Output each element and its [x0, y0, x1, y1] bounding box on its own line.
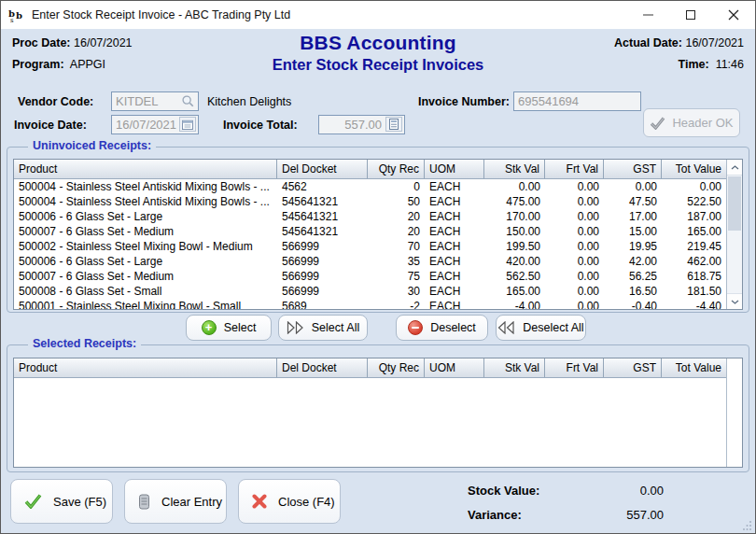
cell-qty-rec: 0 — [368, 179, 425, 194]
cell-frt-val: 0.00 — [545, 179, 604, 194]
cell-gst: 16.50 — [604, 284, 662, 299]
resize-grip[interactable] — [742, 520, 752, 530]
cell-gst: 19.95 — [604, 239, 662, 254]
column-header-stk-val: Stk Val — [484, 160, 545, 178]
uninvoiced-table-row[interactable]: 500007 - 6 Glass Set - Medium 566999 75 … — [14, 269, 726, 284]
cell-stk-val: 165.00 — [484, 284, 545, 299]
stock-value-amount: 0.00 — [561, 484, 664, 498]
cell-qty-rec: 20 — [368, 224, 425, 239]
cell-qty-rec: 75 — [368, 269, 425, 284]
column-header-gst: GST — [604, 358, 662, 377]
scroll-down-button[interactable] — [727, 293, 742, 309]
cell-gst: 56.25 — [604, 269, 662, 284]
cell-product: 500001 - Stainless Steel Mixing Bowl - S… — [14, 299, 277, 309]
uninvoiced-table-row[interactable]: 500008 - 6 Glass Set - Small 566999 30 E… — [14, 284, 726, 299]
cell-tot-value: 165.00 — [662, 224, 726, 239]
cell-tot-value: 0.00 — [662, 179, 726, 194]
uninvoiced-section-label: Uninvoiced Receipts: — [28, 139, 156, 152]
vertical-scrollbar[interactable] — [726, 160, 742, 309]
close-form-button-label: Close (F4) — [278, 495, 335, 509]
cell-gst: 15.00 — [604, 224, 662, 239]
cell-stk-val: -4.00 — [484, 299, 545, 309]
cell-stk-val: 199.50 — [484, 239, 545, 254]
uninvoiced-table-row[interactable]: 500004 - Stainless Steel Antiskid Mixing… — [14, 179, 726, 194]
cell-del-docket: 566999 — [277, 269, 368, 284]
uninvoiced-table-row[interactable]: 500002 - Stainless Steel Mixing Bowl - M… — [14, 239, 726, 254]
uninvoiced-table-row[interactable]: 500006 - 6 Glass Set - Large 566999 35 E… — [14, 254, 726, 269]
uninvoiced-table-row[interactable]: 500001 - Stainless Steel Mixing Bowl - S… — [14, 299, 726, 309]
calculator-button[interactable] — [385, 117, 402, 132]
green-plus-circle-icon: + — [202, 320, 217, 335]
cell-product: 500007 - 6 Glass Set - Medium — [14, 269, 277, 284]
column-header-frt-val: Frt Val — [545, 160, 604, 178]
maximize-icon — [686, 10, 695, 20]
cell-del-docket: 545641321 — [277, 224, 368, 239]
column-header-gst: GST — [604, 160, 662, 178]
cell-frt-val: 0.00 — [545, 224, 604, 239]
uninvoiced-table-row[interactable]: 500004 - Stainless Steel Antiskid Mixing… — [14, 194, 726, 209]
cell-gst: 17.00 — [604, 209, 662, 224]
select-all-button[interactable]: Select All — [278, 315, 368, 341]
scroll-up-button[interactable] — [727, 160, 742, 176]
scrollbar-thumb[interactable] — [728, 176, 741, 231]
vendor-name-text: Kitchen Delights — [207, 95, 291, 108]
red-minus-circle-icon — [408, 320, 423, 335]
cell-stk-val: 0.00 — [484, 179, 545, 194]
vendor-lookup-button[interactable] — [179, 93, 196, 108]
cell-gst: -0.40 — [604, 299, 662, 309]
cell-frt-val: 0.00 — [545, 269, 604, 284]
deselect-button-label: Deselect — [430, 321, 476, 334]
app-window: b b s Enter Stock Receipt Invoice - ABC … — [0, 0, 756, 534]
cell-uom: EACH — [425, 254, 484, 269]
actual-date-value: 16/07/2021 — [685, 36, 744, 49]
save-button-label: Save (F5) — [53, 495, 106, 509]
invoice-number-input[interactable] — [513, 91, 641, 111]
cell-product: 500006 - 6 Glass Set - Large — [14, 209, 277, 224]
minimize-button[interactable] — [626, 1, 669, 29]
select-button-label: Select — [224, 321, 257, 334]
cell-uom: EACH — [425, 179, 484, 194]
stock-value-label: Stock Value: — [468, 484, 539, 498]
cell-tot-value: -4.40 — [662, 299, 726, 309]
invoice-date-label: Invoice Date: — [14, 119, 87, 132]
save-button[interactable]: Save (F5) — [10, 479, 113, 524]
cell-tot-value: 618.75 — [662, 269, 726, 284]
cell-frt-val: 0.00 — [545, 239, 604, 254]
uninvoiced-table-row[interactable]: 500007 - 6 Glass Set - Medium 545641321 … — [14, 224, 726, 239]
cell-gst: 0.00 — [604, 179, 662, 194]
cell-del-docket: 4562 — [277, 179, 368, 194]
double-chevron-left-icon — [497, 321, 515, 334]
cell-tot-value: 219.45 — [662, 239, 726, 254]
cell-frt-val: 0.00 — [545, 299, 604, 309]
clear-entry-button-label: Clear Entry — [161, 495, 222, 509]
header-ok-button[interactable]: Header OK — [643, 108, 740, 137]
clear-entry-button[interactable]: Clear Entry — [124, 479, 227, 524]
actual-date-label: Actual Date: — [614, 36, 682, 49]
cell-del-docket: 566999 — [277, 254, 368, 269]
cell-del-docket: 545641321 — [277, 209, 368, 224]
column-header-tot-value: Tot Value — [662, 358, 726, 377]
svg-text:s: s — [10, 17, 14, 23]
cell-stk-val: 475.00 — [484, 194, 545, 209]
uninvoiced-table-row[interactable]: 500006 - 6 Glass Set - Large 545641321 2… — [14, 209, 726, 224]
bbs-logo-icon: b b s — [8, 7, 25, 23]
maximize-button[interactable] — [669, 1, 712, 29]
select-button[interactable]: + Select — [186, 315, 272, 341]
chevron-up-icon — [731, 165, 739, 170]
cell-product: 500008 - 6 Glass Set - Small — [14, 284, 277, 299]
close-form-button[interactable]: Close (F4) — [238, 479, 341, 524]
deselect-button[interactable]: Deselect — [396, 315, 488, 341]
chevron-down-icon — [731, 300, 739, 304]
close-button[interactable] — [712, 1, 755, 29]
cell-frt-val: 0.00 — [545, 194, 604, 209]
uninvoiced-groupbox: Uninvoiced Receipts: Product Del Docket … — [7, 147, 749, 313]
deselect-all-button[interactable]: Deselect All — [496, 315, 586, 341]
eraser-icon — [138, 494, 150, 510]
cell-del-docket: 545641321 — [277, 194, 368, 209]
column-header-qty-rec: Qty Rec — [368, 358, 425, 377]
selected-section-label: Selected Receipts: — [28, 337, 141, 350]
date-picker-button[interactable] — [179, 117, 196, 132]
invoice-number-label: Invoice Number: — [418, 95, 510, 108]
column-header-product: Product — [14, 358, 277, 377]
cell-del-docket: 566999 — [277, 239, 368, 254]
